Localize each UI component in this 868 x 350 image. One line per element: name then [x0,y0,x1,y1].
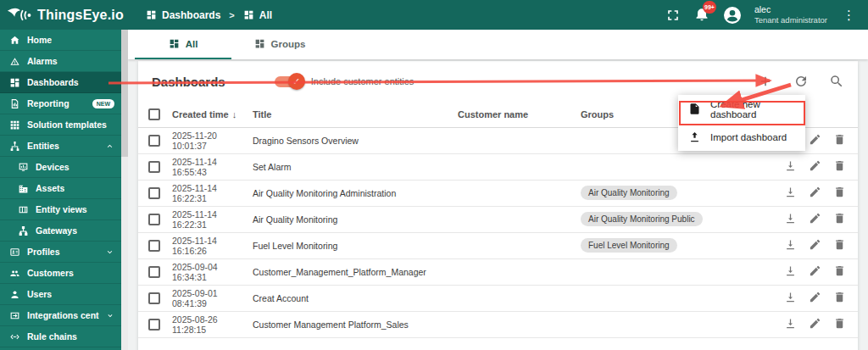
table-row[interactable]: 2025-09-04 16:34:31 Customer_Management_… [138,258,858,285]
download-icon[interactable] [784,264,797,277]
download-icon[interactable] [784,212,797,225]
delete-icon[interactable] [833,159,846,172]
row-checkbox[interactable] [148,240,160,252]
dashboards-icon [9,77,20,88]
edit-icon[interactable] [809,133,821,146]
table-row[interactable]: 2025-11-14 16:22:31 Air Quality Monitori… [138,206,858,232]
avatar-icon[interactable] [722,5,743,25]
entities-icon [9,141,20,152]
column-customer-name[interactable]: Customer name [458,102,581,127]
breadcrumb-dashboards[interactable]: Dashboards [146,9,220,21]
row-checkbox[interactable] [148,214,160,225]
sidebar-item-alarms[interactable]: Alarms [0,51,121,72]
group-chip: Fuel Level Monitoring [581,238,677,253]
row-checkbox[interactable] [148,187,160,199]
select-all-checkbox[interactable] [148,108,160,120]
download-icon[interactable] [784,291,797,303]
delete-icon[interactable] [833,317,846,330]
delete-icon[interactable] [833,212,846,225]
top-header: ThingsEye.io Dashboards > All 99+ [0,0,868,30]
delete-icon[interactable] [833,264,846,277]
tab-groups[interactable]: Groups [231,30,328,59]
thingseye-logo-icon [7,6,32,25]
search-icon[interactable] [829,74,844,89]
tab-all[interactable]: All [135,30,231,59]
toggle-label: Include customer entities [311,76,415,86]
sidebar-item-devices[interactable]: Devices [0,157,121,178]
edit-icon[interactable] [809,317,821,330]
delete-icon[interactable] [833,186,846,198]
table-row[interactable]: 2025-11-14 16:22:31 Air Quality Monitori… [138,180,858,206]
home-icon [9,35,20,46]
row-checkbox[interactable] [148,161,160,173]
fullscreen-icon[interactable] [665,7,682,24]
more-vert-icon[interactable]: ⋮ [839,8,860,23]
menu-item-create-new-dashboard[interactable]: Create new dashboard [678,95,805,123]
sidebar-item-reporting[interactable]: Reporting NEW [0,93,121,114]
row-checkbox[interactable] [148,266,160,278]
chevron-down-icon [105,247,114,257]
customers-icon [9,268,20,279]
column-title[interactable]: Title [253,102,458,127]
sidebar-item-assets[interactable]: Assets [0,178,121,199]
sidebar-item-customers[interactable]: Customers [0,263,121,284]
breadcrumb-separator: > [229,10,234,20]
notifications-button[interactable]: 99+ [693,5,710,25]
download-icon[interactable] [784,159,797,172]
sidebar-item-gateways[interactable]: Gateways [0,220,121,242]
edit-icon[interactable] [809,186,821,198]
refresh-icon[interactable] [793,74,809,89]
profiles-icon [9,247,20,258]
breadcrumb: Dashboards > All [146,9,272,21]
add-dashboard-menu: Create new dashboard Import dashboard [678,95,805,151]
sidebar-scrollbar[interactable] [121,30,128,350]
sidebar: Home Alarms Dashboards Reporting NEW Sol… [0,30,121,350]
breadcrumb-all[interactable]: All [243,9,272,21]
user-name: alec [754,4,827,15]
scrollbar-thumb[interactable] [121,30,128,157]
delete-icon[interactable] [833,291,846,303]
include-customer-entities-toggle[interactable]: ✓ Include customer entities [275,76,415,87]
table-row[interactable]: 2025-11-14 16:55:43 Set Alarm [138,153,858,180]
logo-text: ThingsEye.io [37,8,124,23]
dashboards-icon [254,38,265,49]
edit-icon[interactable] [809,264,821,277]
table-row[interactable]: 2025-08-26 11:28:15 Customer Management … [138,311,858,337]
sidebar-item-integrations-center[interactable]: Integrations center [0,305,121,326]
sidebar-item-users[interactable]: Users [0,284,121,305]
table-row[interactable]: 2025-11-14 16:16:26 Fuel Level Monitorin… [138,232,858,258]
sidebar-item-dashboards[interactable]: Dashboards [0,72,121,93]
sidebar-item-profiles[interactable]: Profiles [0,242,121,263]
reporting-icon [9,98,20,109]
edit-icon[interactable] [809,291,821,303]
delete-icon[interactable] [833,133,846,146]
column-created-time[interactable]: Created time↓ [172,102,253,127]
topbar-right: 99+ alec Tenant administrator ⋮ [665,4,868,25]
sidebar-item-rule-chains[interactable]: Rule chains [0,326,121,347]
row-checkbox[interactable] [148,135,160,147]
table-toolbar [758,74,844,89]
group-chip: Air Quality Monitoring Public [581,212,703,226]
user-menu[interactable]: alec Tenant administrator [754,4,827,25]
sidebar-item-solution-templates[interactable]: Solution templates [0,114,121,136]
edit-icon[interactable] [809,159,821,172]
edit-icon[interactable] [809,212,821,225]
row-checkbox[interactable] [148,292,160,304]
download-icon[interactable] [784,186,797,198]
logo[interactable]: ThingsEye.io [0,6,127,25]
edit-icon[interactable] [809,238,821,251]
notifications-badge: 99+ [703,1,716,14]
sidebar-item-home[interactable]: Home [0,30,121,51]
row-checkbox[interactable] [148,319,160,331]
sidebar-item-entity-views[interactable]: Entity views [0,199,121,220]
download-icon[interactable] [784,317,797,330]
entity-views-icon [18,204,29,215]
sidebar-item-entities[interactable]: Entities [0,136,121,157]
table-row[interactable]: 2025-09-01 08:41:39 Creat Account [138,285,858,311]
toggle-track: ✓ [275,76,302,87]
download-icon[interactable] [784,238,797,251]
sort-desc-icon: ↓ [232,109,237,119]
delete-icon[interactable] [833,238,846,251]
menu-item-import-dashboard[interactable]: Import dashboard [678,123,805,151]
plus-icon[interactable] [758,74,773,89]
